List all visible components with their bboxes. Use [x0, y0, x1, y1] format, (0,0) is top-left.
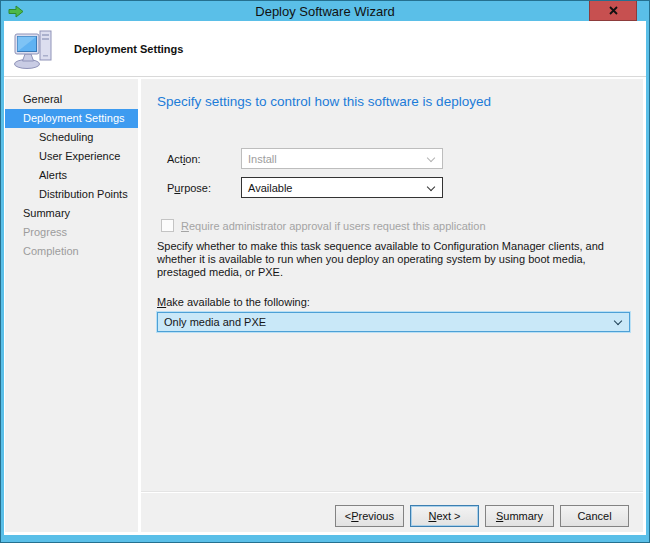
- sidebar-item-deployment-settings[interactable]: Deployment Settings: [5, 109, 138, 128]
- wizard-buttons: < Previous Next > Summary Cancel: [335, 505, 629, 527]
- action-row: Action: Install: [167, 148, 643, 169]
- make-available-select[interactable]: Only media and PXE: [157, 312, 630, 332]
- purpose-select[interactable]: Available: [241, 177, 443, 198]
- previous-button[interactable]: < Previous: [335, 505, 404, 527]
- window-title: Deploy Software Wizard: [1, 4, 649, 19]
- task-sequence-description: Specify whether to make this task sequen…: [157, 240, 625, 279]
- sidebar-item-distribution-points[interactable]: Distribution Points: [5, 185, 138, 204]
- make-available-label: Make available to the following:: [157, 296, 643, 308]
- page-heading: Specify settings to control how this sof…: [157, 94, 643, 109]
- purpose-label: Purpose:: [167, 182, 241, 194]
- make-available-value: Only media and PXE: [164, 316, 266, 328]
- close-icon: [609, 6, 618, 15]
- sidebar-item-summary[interactable]: Summary: [5, 204, 138, 223]
- wizard-header: Deployment Settings: [4, 21, 646, 77]
- purpose-value: Available: [248, 182, 292, 194]
- close-button[interactable]: [589, 1, 637, 21]
- action-select: Install: [241, 148, 443, 169]
- dialog-body: Deployment Settings General Deployment S…: [4, 21, 646, 535]
- sidebar-item-general[interactable]: General: [5, 90, 138, 109]
- sidebar-item-scheduling[interactable]: Scheduling: [5, 128, 138, 147]
- chevron-down-icon: [427, 183, 435, 191]
- action-label: Action:: [167, 153, 241, 165]
- approval-checkbox: [161, 219, 174, 232]
- computer-icon: [13, 28, 57, 70]
- sidebar-item-completion: Completion: [5, 242, 138, 261]
- chevron-down-icon: [614, 317, 622, 325]
- wizard-content-panel: Specify settings to control how this sof…: [141, 79, 643, 532]
- sidebar-item-user-experience[interactable]: User Experience: [5, 147, 138, 166]
- approval-checkbox-label: Require administrator approval if users …: [181, 220, 486, 232]
- wizard-steps-sidebar: General Deployment Settings Scheduling U…: [5, 79, 138, 532]
- next-button[interactable]: Next >: [410, 505, 479, 527]
- title-bar[interactable]: Deploy Software Wizard: [1, 1, 649, 21]
- wizard-page-title: Deployment Settings: [74, 43, 183, 55]
- main-area: General Deployment Settings Scheduling U…: [4, 78, 646, 535]
- sidebar-item-progress: Progress: [5, 223, 138, 242]
- footer-divider: [141, 491, 643, 493]
- deploy-software-wizard-window: Deploy Software Wizard: [0, 0, 650, 543]
- action-value: Install: [248, 153, 277, 165]
- cancel-button[interactable]: Cancel: [560, 505, 629, 527]
- summary-button[interactable]: Summary: [485, 505, 554, 527]
- approval-checkbox-row: Require administrator approval if users …: [161, 219, 643, 232]
- deployment-form: Action: Install Purpose: Available: [167, 148, 643, 198]
- purpose-row: Purpose: Available: [167, 177, 643, 198]
- sidebar-item-alerts[interactable]: Alerts: [5, 166, 138, 185]
- chevron-down-icon: [427, 154, 435, 162]
